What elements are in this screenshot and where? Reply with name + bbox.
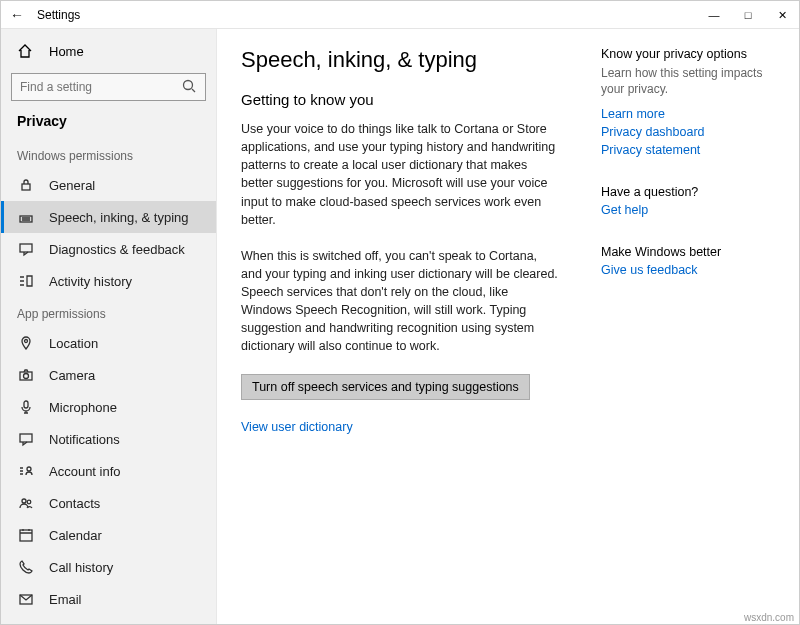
maximize-button[interactable]: □ <box>731 1 765 29</box>
home-label: Home <box>49 44 84 59</box>
microphone-icon <box>17 399 35 415</box>
history-icon <box>17 273 35 289</box>
sidebar-item-label: Camera <box>49 368 95 383</box>
section-subheading: Getting to know you <box>241 91 561 108</box>
svg-rect-8 <box>20 434 32 442</box>
sidebar-item-label: Call history <box>49 560 113 575</box>
back-button[interactable]: ← <box>1 7 33 23</box>
svg-point-9 <box>27 467 31 471</box>
home-nav[interactable]: Home <box>1 37 216 65</box>
sidebar-item-location[interactable]: Location <box>1 327 216 359</box>
group-windows-permissions: Windows permissions <box>1 139 216 169</box>
home-icon <box>17 43 35 59</box>
sidebar-item-label: Activity history <box>49 274 132 289</box>
group-app-permissions: App permissions <box>1 297 216 327</box>
svg-rect-2 <box>20 216 32 222</box>
description-1: Use your voice to do things like talk to… <box>241 120 561 229</box>
privacy-options-heading: Know your privacy options <box>601 47 771 61</box>
close-button[interactable]: ✕ <box>765 1 799 29</box>
svg-rect-7 <box>24 401 28 408</box>
main-pane: Speech, inking, & typing Getting to know… <box>241 47 561 606</box>
svg-rect-12 <box>20 530 32 541</box>
phone-icon <box>17 559 35 575</box>
sidebar-item-calendar[interactable]: Calendar <box>1 519 216 551</box>
section-title: Privacy <box>1 113 216 139</box>
svg-point-10 <box>22 499 26 503</box>
right-pane: Know your privacy options Learn how this… <box>601 47 771 606</box>
window-title: Settings <box>33 8 697 22</box>
svg-point-0 <box>184 80 193 89</box>
sidebar-item-label: General <box>49 178 95 193</box>
feedback-icon <box>17 241 35 257</box>
privacy-statement-link[interactable]: Privacy statement <box>601 143 771 157</box>
svg-rect-1 <box>22 184 30 190</box>
turn-off-speech-button[interactable]: Turn off speech services and typing sugg… <box>241 374 530 400</box>
calendar-icon <box>17 527 35 543</box>
sidebar-item-camera[interactable]: Camera <box>1 359 216 391</box>
get-help-link[interactable]: Get help <box>601 203 771 217</box>
email-icon <box>17 591 35 607</box>
account-icon <box>17 463 35 479</box>
sidebar-item-label: Diagnostics & feedback <box>49 242 185 257</box>
sidebar-item-speech-inking-typing[interactable]: Speech, inking, & typing <box>1 201 216 233</box>
privacy-options-sub: Learn how this setting impacts your priv… <box>601 65 771 97</box>
sidebar-item-label: Contacts <box>49 496 100 511</box>
page-title: Speech, inking, & typing <box>241 47 561 73</box>
watermark: wsxdn.com <box>744 612 794 623</box>
svg-point-6 <box>24 374 29 379</box>
sidebar-item-general[interactable]: General <box>1 169 216 201</box>
search-icon <box>181 78 197 97</box>
sidebar: Home Privacy Windows permissions General… <box>1 29 217 624</box>
sidebar-item-label: Microphone <box>49 400 117 415</box>
make-windows-better-heading: Make Windows better <box>601 245 771 259</box>
sidebar-item-label: Speech, inking, & typing <box>49 210 188 225</box>
svg-point-11 <box>27 500 31 504</box>
sidebar-item-contacts[interactable]: Contacts <box>1 487 216 519</box>
search-input[interactable] <box>20 80 181 94</box>
content-area: Speech, inking, & typing Getting to know… <box>217 29 799 624</box>
svg-point-4 <box>25 340 28 343</box>
description-2: When this is switched off, you can't spe… <box>241 247 561 356</box>
sidebar-item-diagnostics-feedback[interactable]: Diagnostics & feedback <box>1 233 216 265</box>
sidebar-item-label: Email <box>49 592 82 607</box>
sidebar-item-label: Location <box>49 336 98 351</box>
privacy-dashboard-link[interactable]: Privacy dashboard <box>601 125 771 139</box>
minimize-button[interactable]: — <box>697 1 731 29</box>
notifications-icon <box>17 431 35 447</box>
give-feedback-link[interactable]: Give us feedback <box>601 263 771 277</box>
sidebar-item-label: Notifications <box>49 432 120 447</box>
speech-icon <box>17 209 35 225</box>
sidebar-item-call-history[interactable]: Call history <box>1 551 216 583</box>
sidebar-item-notifications[interactable]: Notifications <box>1 423 216 455</box>
titlebar: ← Settings — □ ✕ <box>1 1 799 29</box>
learn-more-link[interactable]: Learn more <box>601 107 771 121</box>
contacts-icon <box>17 495 35 511</box>
sidebar-item-microphone[interactable]: Microphone <box>1 391 216 423</box>
search-box[interactable] <box>11 73 206 101</box>
view-user-dictionary-link[interactable]: View user dictionary <box>241 420 561 434</box>
sidebar-item-label: Calendar <box>49 528 102 543</box>
have-question-heading: Have a question? <box>601 185 771 199</box>
sidebar-item-label: Account info <box>49 464 121 479</box>
sidebar-item-account-info[interactable]: Account info <box>1 455 216 487</box>
camera-icon <box>17 367 35 383</box>
svg-rect-3 <box>20 244 32 252</box>
lock-icon <box>17 177 35 193</box>
location-icon <box>17 335 35 351</box>
sidebar-item-activity-history[interactable]: Activity history <box>1 265 216 297</box>
sidebar-item-email[interactable]: Email <box>1 583 216 615</box>
